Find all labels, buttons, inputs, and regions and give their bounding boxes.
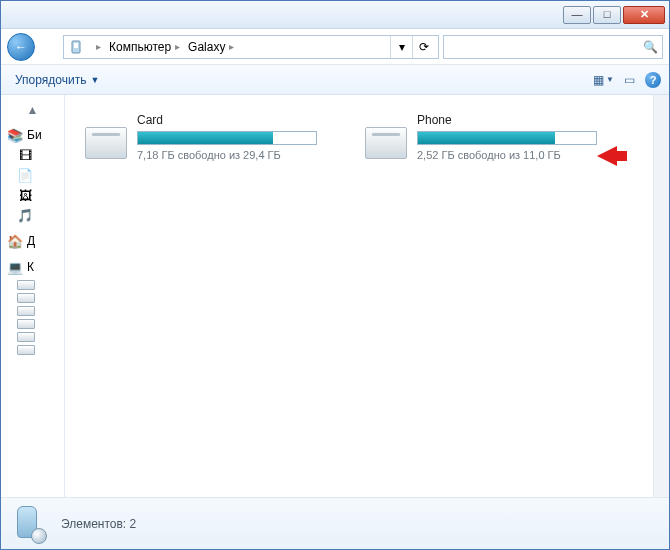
preview-pane-icon: ▭ bbox=[624, 73, 635, 87]
address-bar[interactable]: ▸ Компьютер ▸ Galaxy ▸ ▾ ⟳ bbox=[63, 35, 439, 59]
chevron-right-icon: ▸ bbox=[96, 41, 101, 52]
sidebar-item-drive[interactable] bbox=[17, 280, 35, 290]
computer-icon: 💻 bbox=[7, 259, 23, 275]
nav-pane: ▲ 📚 Би 🎞 📄 🖼 🎵 🏠 Д 💻 bbox=[1, 95, 65, 497]
content-area[interactable]: Card 7,18 ГБ свободно из 29,4 ГБ Phone bbox=[65, 95, 669, 497]
chevron-right-icon: ▸ bbox=[175, 41, 180, 52]
breadcrumb-label: Компьютер bbox=[109, 40, 171, 54]
drive-list: Card 7,18 ГБ свободно из 29,4 ГБ Phone bbox=[85, 113, 649, 161]
storage-icon bbox=[85, 127, 127, 159]
sidebar-group-homegroup: 🏠 Д bbox=[3, 231, 62, 251]
svg-rect-1 bbox=[74, 43, 78, 48]
breadcrumb-label: Galaxy bbox=[188, 40, 225, 54]
sidebar-group-label[interactable]: 💻 К bbox=[3, 257, 62, 277]
search-icon: 🔍 bbox=[643, 40, 658, 54]
sidebar-item-drive[interactable] bbox=[17, 319, 35, 329]
drive-free-text: 2,52 ГБ свободно из 11,0 ГБ bbox=[417, 149, 605, 161]
titlebar: — □ ✕ bbox=[1, 1, 669, 29]
explorer-window: — □ ✕ ← → ▸ Компьютер ▸ Galaxy ▸ ▾ ⟳ bbox=[0, 0, 670, 550]
view-icon: ▦ bbox=[593, 73, 604, 87]
search-box[interactable]: 🔍 bbox=[443, 35, 663, 59]
forward-button[interactable]: → bbox=[31, 33, 59, 61]
minimize-button[interactable]: — bbox=[563, 6, 591, 24]
capacity-bar bbox=[417, 131, 597, 145]
refresh-button[interactable]: ⟳ bbox=[412, 36, 434, 58]
view-options-button[interactable]: ▦ ▼ bbox=[593, 73, 614, 87]
library-icon: 📚 bbox=[7, 127, 23, 143]
chevron-up-icon: ▲ bbox=[27, 103, 39, 117]
music-icon: 🎵 bbox=[17, 207, 33, 223]
chevron-right-icon: ▸ bbox=[229, 41, 234, 52]
chevron-down-icon: ▼ bbox=[90, 75, 99, 85]
drive-phone[interactable]: Phone 2,52 ГБ свободно из 11,0 ГБ bbox=[365, 113, 605, 161]
breadcrumb-computer[interactable]: Компьютер ▸ bbox=[105, 36, 184, 58]
video-icon: 🎞 bbox=[17, 147, 33, 163]
sidebar-item-pictures[interactable]: 🖼 bbox=[3, 185, 62, 205]
sidebar-group-label[interactable]: 🏠 Д bbox=[3, 231, 62, 251]
drive-info: Phone 2,52 ГБ свободно из 11,0 ГБ bbox=[417, 113, 605, 161]
minimize-icon: — bbox=[572, 9, 583, 20]
address-dropdown-button[interactable]: ▾ bbox=[390, 36, 412, 58]
annotation-arrow-icon bbox=[597, 146, 617, 166]
maximize-button[interactable]: □ bbox=[593, 6, 621, 24]
organize-button[interactable]: Упорядочить ▼ bbox=[9, 71, 105, 89]
toolbar: Упорядочить ▼ ▦ ▼ ▭ ? bbox=[1, 65, 669, 95]
capacity-fill bbox=[138, 132, 273, 144]
sidebar-label-text: Д bbox=[27, 234, 35, 248]
preview-pane-button[interactable]: ▭ bbox=[624, 73, 635, 87]
chevron-down-icon: ▼ bbox=[606, 75, 614, 84]
sidebar-item-videos[interactable]: 🎞 bbox=[3, 145, 62, 165]
back-button[interactable]: ← bbox=[7, 33, 35, 61]
device-icon bbox=[68, 39, 84, 55]
device-large-icon bbox=[13, 504, 47, 544]
sidebar-item-music[interactable]: 🎵 bbox=[3, 205, 62, 225]
homegroup-icon: 🏠 bbox=[7, 233, 23, 249]
forward-icon: → bbox=[39, 40, 51, 54]
help-icon: ? bbox=[645, 72, 661, 88]
organize-label: Упорядочить bbox=[15, 73, 86, 87]
pictures-icon: 🖼 bbox=[17, 187, 33, 203]
storage-icon bbox=[365, 127, 407, 159]
sidebar-item-drive[interactable] bbox=[17, 345, 35, 355]
document-icon: 📄 bbox=[17, 167, 33, 183]
drive-name: Phone bbox=[417, 113, 605, 127]
breadcrumb-root[interactable]: ▸ bbox=[88, 36, 105, 58]
nav-buttons: ← → bbox=[7, 33, 59, 61]
sidebar-item-drive[interactable] bbox=[17, 293, 35, 303]
sidebar-item-documents[interactable]: 📄 bbox=[3, 165, 62, 185]
search-input[interactable] bbox=[448, 40, 643, 54]
close-icon: ✕ bbox=[640, 9, 649, 20]
sidebar-label-text: Би bbox=[27, 128, 42, 142]
capacity-bar bbox=[137, 131, 317, 145]
back-icon: ← bbox=[15, 40, 27, 54]
vertical-scrollbar[interactable] bbox=[653, 95, 669, 497]
navigation-row: ← → ▸ Компьютер ▸ Galaxy ▸ ▾ ⟳ 🔍 bbox=[1, 29, 669, 65]
sidebar-label-text: К bbox=[27, 260, 34, 274]
sidebar-scroll-up[interactable]: ▲ bbox=[3, 101, 62, 119]
body: ▲ 📚 Би 🎞 📄 🖼 🎵 🏠 Д 💻 bbox=[1, 95, 669, 497]
sidebar-group-libraries: 📚 Би 🎞 📄 🖼 🎵 bbox=[3, 125, 62, 225]
sidebar-item-drive[interactable] bbox=[17, 306, 35, 316]
breadcrumb-galaxy[interactable]: Galaxy ▸ bbox=[184, 36, 238, 58]
sidebar-group-label[interactable]: 📚 Би bbox=[3, 125, 62, 145]
chevron-down-icon: ▾ bbox=[399, 40, 405, 54]
maximize-icon: □ bbox=[604, 9, 611, 20]
drive-info: Card 7,18 ГБ свободно из 29,4 ГБ bbox=[137, 113, 325, 161]
sidebar-group-computer: 💻 К bbox=[3, 257, 62, 355]
drive-name: Card bbox=[137, 113, 325, 127]
drive-free-text: 7,18 ГБ свободно из 29,4 ГБ bbox=[137, 149, 325, 161]
drive-card[interactable]: Card 7,18 ГБ свободно из 29,4 ГБ bbox=[85, 113, 325, 161]
help-button[interactable]: ? bbox=[645, 72, 661, 88]
refresh-icon: ⟳ bbox=[419, 40, 429, 54]
status-text: Элементов: 2 bbox=[61, 517, 136, 531]
sidebar-item-drive[interactable] bbox=[17, 332, 35, 342]
close-button[interactable]: ✕ bbox=[623, 6, 665, 24]
status-bar: Элементов: 2 bbox=[1, 497, 669, 549]
capacity-fill bbox=[418, 132, 555, 144]
